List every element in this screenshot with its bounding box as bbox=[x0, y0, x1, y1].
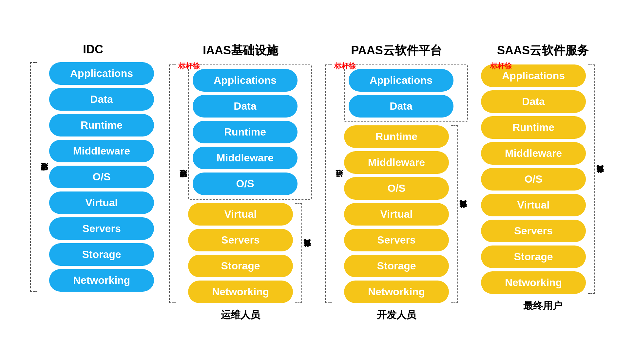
paas-right-bracket-line bbox=[451, 125, 458, 303]
iaas-title: IAAS基础设施 bbox=[203, 43, 278, 59]
iaas-bracket-wrapper: 运维管理 Applications Data Runtime Middlewar… bbox=[169, 64, 312, 303]
iaas-bottom-label: 运维人员 bbox=[221, 308, 260, 322]
iaas-pill-data: Data bbox=[193, 95, 298, 118]
idc-title: IDC bbox=[83, 43, 103, 56]
iaas-pill-virtual: Virtual bbox=[188, 203, 293, 226]
paas-pill-os: O/S bbox=[344, 177, 449, 200]
paas-pill-storage: Storage bbox=[344, 255, 449, 277]
iaas-column: IAAS基础设施 标杆徐 运维管理 Applications Data Runt… bbox=[169, 43, 312, 322]
main-container: IDC 运维管理 Applications Data Runtime Middl… bbox=[10, 29, 625, 335]
saas-column: SAAS云软件服务 标杆徐 Applications Data Runtime … bbox=[481, 43, 605, 313]
saas-pill-runtime: Runtime bbox=[481, 116, 586, 139]
idc-left-bracket-label: 运维管理 bbox=[39, 62, 49, 292]
iaas-pill-storage: Storage bbox=[188, 255, 293, 277]
idc-bracket-wrapper: 运维管理 Applications Data Runtime Middlewar… bbox=[30, 62, 156, 292]
paas-pill-networking: Networking bbox=[344, 281, 449, 303]
saas-pill-virtual: Virtual bbox=[481, 194, 586, 216]
idc-pill-data: Data bbox=[49, 88, 154, 111]
iaas-right-bracket-label: 供应商负责 bbox=[302, 203, 312, 303]
iaas-bottom-section: Virtual Servers Storage Networking 供应商负责 bbox=[188, 203, 312, 303]
iaas-pill-runtime: Runtime bbox=[193, 121, 298, 143]
paas-pill-virtual: Virtual bbox=[344, 203, 449, 226]
saas-title: SAAS云软件服务 bbox=[497, 43, 589, 59]
idc-pill-runtime: Runtime bbox=[49, 114, 154, 136]
iaas-left-bracket-label: 运维管理 bbox=[178, 64, 188, 303]
saas-pill-networking: Networking bbox=[481, 271, 586, 294]
iaas-groups: Applications Data Runtime Middleware O/S… bbox=[188, 64, 312, 303]
iaas-bottom-pills: Virtual Servers Storage Networking bbox=[188, 203, 293, 303]
saas-bottom-label: 最终用户 bbox=[523, 299, 563, 313]
paas-pill-data: Data bbox=[349, 95, 453, 118]
paas-bottom-label: 开发人员 bbox=[377, 308, 416, 322]
saas-bracket-wrapper: Applications Data Runtime Middleware O/S… bbox=[481, 64, 605, 294]
paas-bracket-wrapper: 运维 Applications Data Runtime Middleware … bbox=[325, 64, 468, 303]
saas-pill-servers: Servers bbox=[481, 220, 586, 242]
paas-left-bracket-line bbox=[325, 64, 332, 303]
idc-left-bracket-line bbox=[30, 62, 37, 292]
idc-pill-servers: Servers bbox=[49, 217, 154, 240]
idc-pill-virtual: Virtual bbox=[49, 191, 154, 214]
saas-right-bracket-line bbox=[588, 64, 595, 294]
idc-pill-middleware: Middleware bbox=[49, 140, 154, 162]
saas-pill-data: Data bbox=[481, 90, 586, 113]
iaas-pill-os: O/S bbox=[193, 173, 298, 195]
idc-pill-storage: Storage bbox=[49, 243, 154, 266]
paas-left-bracket-label: 运维 bbox=[334, 64, 344, 303]
saas-pill-storage: Storage bbox=[481, 246, 586, 268]
paas-right-bracket-label: 供应商负责 bbox=[458, 125, 468, 303]
paas-pill-applications: Applications bbox=[349, 69, 453, 92]
saas-pill-os: O/S bbox=[481, 168, 586, 191]
iaas-right-bracket-line bbox=[295, 203, 302, 303]
iaas-left-bracket-line bbox=[169, 64, 176, 303]
idc-column: IDC 运维管理 Applications Data Runtime Middl… bbox=[30, 43, 156, 292]
idc-pill-applications: Applications bbox=[49, 62, 154, 85]
paas-groups: Applications Data Runtime Middleware O/S… bbox=[344, 64, 468, 303]
iaas-top-group: Applications Data Runtime Middleware O/S bbox=[188, 64, 312, 200]
iaas-pill-middleware: Middleware bbox=[193, 147, 298, 169]
paas-bottom-pills: Runtime Middleware O/S Virtual Servers S… bbox=[344, 125, 449, 303]
paas-title: PAAS云软件平台 bbox=[351, 43, 442, 59]
saas-watermark: 标杆徐 bbox=[490, 61, 512, 71]
idc-pill-networking: Networking bbox=[49, 269, 154, 292]
paas-pill-runtime: Runtime bbox=[344, 125, 449, 148]
paas-pill-middleware: Middleware bbox=[344, 151, 449, 174]
paas-top-group: Applications Data bbox=[344, 64, 468, 122]
saas-right-bracket-label: 供应商负责 bbox=[595, 64, 605, 294]
paas-pill-servers: Servers bbox=[344, 229, 449, 251]
iaas-pill-servers: Servers bbox=[188, 229, 293, 251]
saas-pill-middleware: Middleware bbox=[481, 142, 586, 165]
paas-column: PAAS云软件平台 标杆徐 运维 Applications Data Runti… bbox=[325, 43, 468, 322]
iaas-watermark: 标杆徐 bbox=[178, 61, 200, 71]
idc-pill-os: O/S bbox=[49, 166, 154, 188]
saas-all-pills: Applications Data Runtime Middleware O/S… bbox=[481, 64, 586, 294]
iaas-pill-applications: Applications bbox=[193, 69, 298, 92]
paas-watermark: 标杆徐 bbox=[334, 61, 356, 71]
paas-bottom-section: Runtime Middleware O/S Virtual Servers S… bbox=[344, 125, 468, 303]
iaas-pill-networking: Networking bbox=[188, 281, 293, 303]
idc-pills: Applications Data Runtime Middleware O/S… bbox=[49, 62, 154, 292]
